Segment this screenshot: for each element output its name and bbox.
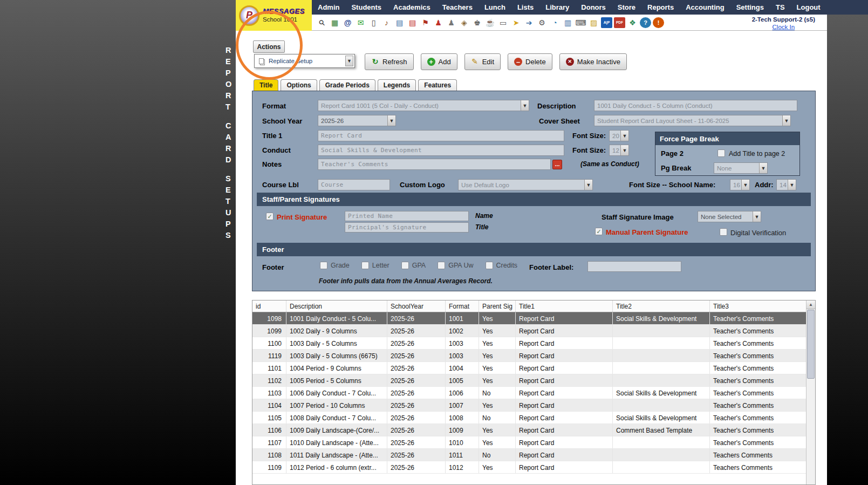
column-header[interactable]: Parent Sig	[479, 300, 516, 312]
table-row[interactable]: 1104 1007 Period - 10 Columns 2025-26 10…	[252, 399, 806, 412]
column-header[interactable]: Format	[446, 300, 479, 312]
tab[interactable]: Title	[254, 79, 278, 91]
nav-item[interactable]: Donors	[575, 0, 612, 15]
scroll-up-icon[interactable]: ▲	[807, 300, 815, 309]
command-button[interactable]: ✕ Make Inactive	[559, 53, 627, 70]
tag-icon[interactable]: ◈	[459, 17, 470, 28]
checkbox[interactable]	[486, 262, 493, 269]
checkbox[interactable]	[320, 262, 327, 269]
checkbox[interactable]	[361, 262, 369, 269]
footer-label-input[interactable]	[587, 261, 681, 272]
nav-item[interactable]: Settings	[730, 0, 770, 15]
people-icon[interactable]: ♚	[471, 17, 483, 28]
footer-checkbox-item[interactable]: Grade	[320, 262, 350, 269]
cover-sheet-select[interactable]: Student Report Card Layout Sheet - 11-06…	[594, 115, 791, 126]
mobile-icon[interactable]: ▯	[368, 17, 379, 28]
table-row[interactable]: 1101 1004 Period - 9 Columns 2025-26 100…	[252, 362, 806, 374]
table-scrollbar[interactable]: ▲	[806, 300, 815, 484]
table-row[interactable]: 1099 1002 Daily - 9 Columns 2025-26 1002…	[252, 325, 806, 337]
export-icon[interactable]: ➔	[523, 17, 535, 28]
nav-item[interactable]: Students	[345, 0, 387, 15]
checkbox[interactable]	[401, 262, 409, 269]
command-button[interactable]: – Delete	[508, 53, 552, 70]
tab[interactable]: Grade Periods	[319, 79, 375, 91]
checkbox[interactable]	[438, 262, 445, 269]
table-row[interactable]: 1119 1003 Daily - 5 Columns (6675) 2025-…	[252, 350, 806, 362]
conduct-input[interactable]: Social Skills & Development	[318, 145, 564, 156]
column-header[interactable]: Title1	[516, 300, 613, 312]
footer-checkbox-item[interactable]: GPA Uw	[438, 262, 473, 269]
add-title-checkbox[interactable]	[717, 149, 725, 157]
gear-icon[interactable]: ⚙	[536, 17, 548, 28]
speaker-icon[interactable]: ♪	[381, 17, 392, 28]
share-icon[interactable]: ❖	[627, 17, 638, 28]
column-header[interactable]: Description	[286, 300, 387, 312]
table-row[interactable]: 1098 1001 Daily Conduct - 5 Colu... 2025…	[252, 312, 806, 325]
table-row[interactable]: 1103 1006 Daily Conduct - 7 Colu... 2025…	[252, 387, 806, 399]
nav-item[interactable]: Academics	[387, 0, 436, 15]
addr-font-size-select[interactable]: 14▼	[776, 179, 796, 190]
nav-item[interactable]: TS	[770, 0, 791, 15]
table-row[interactable]: 1102 1005 Period - 5 Columns 2025-26 100…	[252, 374, 806, 387]
nav-item[interactable]: Lunch	[479, 0, 511, 15]
device-icon[interactable]: ▭	[497, 17, 509, 28]
school-year-select[interactable]: 2025-26▼	[318, 115, 396, 126]
column-header[interactable]: Title3	[710, 300, 807, 312]
email-at-icon[interactable]: @	[342, 17, 353, 28]
footer-checkbox-item[interactable]: Credits	[486, 262, 518, 269]
course-lbl-input[interactable]: Course	[318, 179, 390, 190]
manual-parent-signature-checkbox[interactable]	[595, 228, 603, 235]
staff-signature-image-select[interactable]: None Selected▼	[698, 211, 761, 222]
clock-in-link[interactable]: Clock In	[752, 23, 815, 31]
nav-item[interactable]: Admin	[312, 0, 345, 15]
custom-logo-select[interactable]: Use Default Logo▼	[458, 179, 593, 190]
command-button[interactable]: + Add	[421, 53, 457, 70]
table-icon[interactable]: ▥	[562, 17, 573, 28]
food-icon[interactable]: ☕	[484, 17, 496, 28]
tab[interactable]: Options	[281, 79, 317, 91]
digital-verification-checkbox[interactable]	[720, 228, 727, 236]
alert-icon[interactable]: !	[653, 17, 664, 28]
table-row[interactable]: 1107 1010 Daily Landscape - (Atte... 202…	[252, 436, 806, 449]
table-row[interactable]: 1109 1012 Period - 6 column (extr... 202…	[252, 461, 806, 474]
nav-item[interactable]: Store	[612, 0, 641, 15]
chat-icon[interactable]: ✉	[355, 17, 366, 28]
column-header[interactable]: id	[252, 300, 286, 312]
keyboard-icon[interactable]: ⌨	[575, 17, 586, 28]
footer-checkbox-item[interactable]: GPA	[401, 262, 426, 269]
title1-input[interactable]: Report Card	[318, 130, 564, 141]
print-signature-checkbox[interactable]	[266, 213, 274, 220]
notes-input[interactable]: Teacher's Comments	[318, 159, 551, 170]
nav-item[interactable]: Logout	[791, 0, 826, 15]
title1-font-size-select[interactable]: 20▼	[609, 130, 629, 141]
search-icon[interactable]: ⚲	[314, 15, 330, 30]
chevron-down-icon[interactable]: ▼	[345, 56, 353, 66]
megaphone-icon[interactable]: ⚑	[420, 17, 431, 28]
folder-icon[interactable]: ▨	[588, 17, 599, 28]
table-row[interactable]: 1106 1009 Daily Landscape-(Core/... 2025…	[252, 424, 806, 436]
format-select[interactable]: Report Card 1001 (5 Col - Daily - Conduc…	[318, 100, 529, 111]
column-header[interactable]: SchoolYear	[387, 300, 446, 312]
tab[interactable]: Legends	[378, 79, 416, 91]
clock-icon[interactable]: ◔	[549, 17, 561, 28]
table-row[interactable]: 1100 1003 Daily - 5 Columns 2025-26 1003…	[252, 337, 806, 350]
nav-item[interactable]: Reports	[641, 0, 680, 15]
calendar-icon[interactable]: ▤	[394, 17, 405, 28]
description-input[interactable]: 1001 Daily Conduct - 5 Column (Conduct)	[594, 100, 797, 111]
help-icon[interactable]: ?	[640, 17, 651, 28]
actions-button[interactable]: Actions	[253, 40, 285, 53]
scrollbar-thumb[interactable]	[807, 310, 815, 379]
table-row[interactable]: 1105 1008 Daily Conduct - 7 Colu... 2025…	[252, 412, 806, 424]
person-add-icon[interactable]: ♟	[433, 17, 444, 28]
person-icon[interactable]: ♟	[446, 17, 457, 28]
conduct-font-size-select[interactable]: 12▼	[609, 145, 629, 156]
command-button[interactable]: ↻ Refresh	[365, 53, 414, 70]
tab[interactable]: Features	[418, 79, 457, 91]
nav-item[interactable]: Lists	[511, 0, 539, 15]
menu-item-replicate-setup[interactable]: Replicate Setup	[259, 58, 345, 64]
column-header[interactable]: Title2	[613, 300, 710, 312]
command-button[interactable]: ✎ Edit	[464, 53, 501, 70]
school-name-font-size-select[interactable]: 16▼	[730, 179, 750, 190]
nav-item[interactable]: Library	[539, 0, 575, 15]
nav-item[interactable]: Accounting	[680, 0, 730, 15]
